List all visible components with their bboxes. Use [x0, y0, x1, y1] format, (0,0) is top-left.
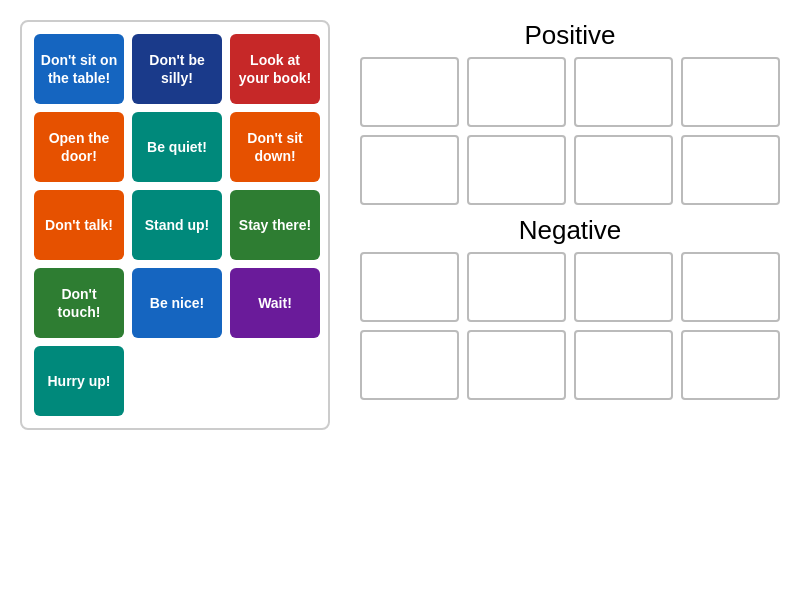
drop-cell[interactable]: [681, 252, 780, 322]
drop-cell[interactable]: [574, 252, 673, 322]
drop-cell[interactable]: [360, 57, 459, 127]
card-1[interactable]: Don't be silly!: [132, 34, 222, 104]
sorting-panel: Positive Negative: [360, 20, 780, 400]
negative-title: Negative: [360, 215, 780, 246]
drop-cell[interactable]: [467, 135, 566, 205]
card-8[interactable]: Stay there!: [230, 190, 320, 260]
drop-cell[interactable]: [681, 330, 780, 400]
card-11[interactable]: Wait!: [230, 268, 320, 338]
drop-cell[interactable]: [681, 135, 780, 205]
card-6[interactable]: Don't talk!: [34, 190, 124, 260]
card-5[interactable]: Don't sit down!: [230, 112, 320, 182]
card-3[interactable]: Open the door!: [34, 112, 124, 182]
drop-cell[interactable]: [360, 135, 459, 205]
drop-cell[interactable]: [574, 135, 673, 205]
card-4[interactable]: Be quiet!: [132, 112, 222, 182]
card-12[interactable]: Hurry up!: [34, 346, 124, 416]
negative-section: Negative: [360, 215, 780, 400]
drop-cell[interactable]: [360, 330, 459, 400]
positive-title: Positive: [360, 20, 780, 51]
drop-cell[interactable]: [574, 330, 673, 400]
positive-grid: [360, 57, 780, 205]
positive-section: Positive: [360, 20, 780, 205]
drop-cell[interactable]: [360, 252, 459, 322]
card-0[interactable]: Don't sit on the table!: [34, 34, 124, 104]
drop-cell[interactable]: [467, 330, 566, 400]
drop-cell[interactable]: [467, 57, 566, 127]
card-7[interactable]: Stand up!: [132, 190, 222, 260]
card-2[interactable]: Look at your book!: [230, 34, 320, 104]
card-9[interactable]: Don't touch!: [34, 268, 124, 338]
negative-grid: [360, 252, 780, 400]
drop-cell[interactable]: [574, 57, 673, 127]
cards-panel: Don't sit on the table!Don't be silly!Lo…: [20, 20, 330, 430]
card-10[interactable]: Be nice!: [132, 268, 222, 338]
drop-cell[interactable]: [681, 57, 780, 127]
drop-cell[interactable]: [467, 252, 566, 322]
